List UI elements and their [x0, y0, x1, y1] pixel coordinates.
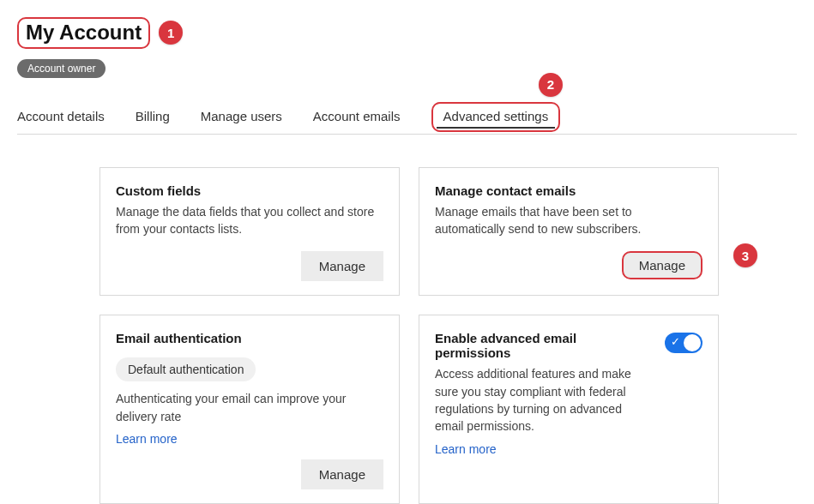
tab-advanced-settings[interactable]: Advanced settings	[431, 102, 561, 132]
card-description: Manage emails that have been set to auto…	[435, 203, 702, 238]
annotation-marker-3: 3	[733, 243, 757, 267]
page-title: My Account	[17, 17, 150, 49]
manage-contact-emails-button[interactable]: Manage	[622, 251, 702, 279]
cards-grid: Custom fields Manage the data fields tha…	[99, 167, 797, 504]
learn-more-link[interactable]: Learn more	[116, 432, 178, 446]
card-email-authentication: Email authentication Default authenticat…	[99, 315, 400, 504]
tab-account-details[interactable]: Account details	[17, 100, 105, 134]
tab-billing[interactable]: Billing	[136, 100, 170, 134]
card-title: Email authentication	[116, 331, 383, 345]
annotation-marker-1: 1	[159, 21, 183, 45]
manage-email-auth-button[interactable]: Manage	[301, 459, 383, 489]
annotation-marker-2: 2	[539, 73, 563, 97]
card-custom-fields: Custom fields Manage the data fields tha…	[99, 167, 400, 297]
advanced-permissions-toggle[interactable]: ✓	[665, 333, 702, 353]
card-advanced-permissions: Enable advanced email permissions Access…	[419, 315, 719, 504]
card-description: Access additional features and make sure…	[435, 365, 653, 435]
check-icon: ✓	[671, 336, 680, 347]
tab-account-emails[interactable]: Account emails	[313, 100, 401, 134]
tab-manage-users[interactable]: Manage users	[201, 100, 282, 134]
card-contact-emails: Manage contact emails Manage emails that…	[419, 167, 719, 297]
toggle-knob	[684, 334, 701, 351]
manage-custom-fields-button[interactable]: Manage	[301, 251, 383, 281]
card-description: Authenticating your email can improve yo…	[116, 390, 383, 425]
authentication-chip: Default authentication	[116, 357, 256, 381]
card-title: Manage contact emails	[435, 183, 702, 198]
card-description: Manage the data fields that you collect …	[116, 203, 383, 238]
tabs-bar: Account details Billing Manage users Acc…	[17, 100, 797, 135]
role-badge: Account owner	[17, 59, 106, 78]
card-title: Custom fields	[116, 183, 383, 198]
card-title: Enable advanced email permissions	[435, 331, 653, 360]
learn-more-link[interactable]: Learn more	[435, 442, 497, 456]
